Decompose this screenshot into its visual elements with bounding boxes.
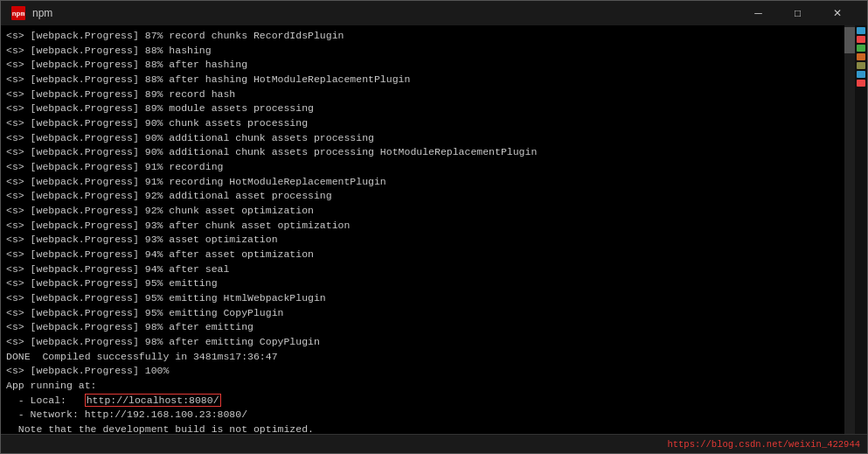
statusbar: https://blog.csdn.net/weixin_422944 xyxy=(1,434,867,453)
decoration-bar xyxy=(857,53,865,60)
terminal-line: Note that the development build is not o… xyxy=(6,423,839,434)
terminal-line: <s> [webpack.Progress] 89% record hash xyxy=(6,87,839,102)
terminal-line: <s> [webpack.Progress] 90% additional ch… xyxy=(6,145,839,160)
decoration-bar xyxy=(857,36,865,43)
titlebar-title: npm xyxy=(32,7,52,19)
titlebar-controls: ─ □ ✕ xyxy=(739,1,857,25)
terminal-line: <s> [webpack.Progress] 92% additional as… xyxy=(6,189,839,204)
terminal-line: <s> [webpack.Progress] 94% after asset o… xyxy=(6,248,839,262)
titlebar: npm npm ─ □ ✕ xyxy=(1,1,867,25)
terminal-line: <s> [webpack.Progress] 100% xyxy=(6,364,839,379)
terminal-line: <s> [webpack.Progress] 92% chunk asset o… xyxy=(6,204,839,219)
terminal-wrapper: <s> [webpack.Progress] 87% record chunks… xyxy=(1,25,867,434)
terminal-line: <s> [webpack.Progress] 93% after chunk a… xyxy=(6,219,839,234)
terminal-line: - Network: http://192.168.100.23:8080/ xyxy=(6,408,839,423)
terminal-line: DONE Compiled successfully in 3481ms17:3… xyxy=(6,350,839,365)
decoration-bar xyxy=(857,27,865,34)
terminal-line: <s> [webpack.Progress] 88% after hashing… xyxy=(6,73,839,87)
terminal-line: <s> [webpack.Progress] 98% after emittin… xyxy=(6,320,839,335)
terminal-line: <s> [webpack.Progress] 98% after emittin… xyxy=(6,335,839,350)
local-url: http://localhost:8080/ xyxy=(85,394,221,407)
decoration-bar xyxy=(857,71,865,78)
terminal-line: <s> [webpack.Progress] 93% asset optimiz… xyxy=(6,233,839,248)
terminal-line: - Local: http://localhost:8080/ xyxy=(6,394,839,409)
terminal[interactable]: <s> [webpack.Progress] 87% record chunks… xyxy=(1,25,844,434)
terminal-line: <s> [webpack.Progress] 95% emitting Copy… xyxy=(6,306,839,321)
close-button[interactable]: ✕ xyxy=(817,1,857,25)
terminal-line: <s> [webpack.Progress] 89% module assets… xyxy=(6,101,839,116)
statusbar-url: https://blog.csdn.net/weixin_422944 xyxy=(667,439,860,450)
terminal-line: <s> [webpack.Progress] 87% record chunks… xyxy=(6,29,839,44)
terminal-line: <s> [webpack.Progress] 94% after seal xyxy=(6,262,839,277)
terminal-line: <s> [webpack.Progress] 90% additional ch… xyxy=(6,131,839,146)
side-decorations xyxy=(855,25,867,434)
terminal-line: <s> [webpack.Progress] 91% recording xyxy=(6,160,839,175)
decoration-bar xyxy=(857,80,865,87)
npm-icon: npm xyxy=(11,6,25,20)
decoration-bar xyxy=(857,45,865,52)
decoration-bar xyxy=(857,62,865,69)
terminal-line: <s> [webpack.Progress] 91% recording Hot… xyxy=(6,175,839,190)
titlebar-left: npm npm xyxy=(11,6,52,20)
window: npm npm ─ □ ✕ <s> [webpack.Progress] 87%… xyxy=(0,0,868,454)
restore-button[interactable]: □ xyxy=(778,1,817,25)
terminal-line: <s> [webpack.Progress] 95% emitting Html… xyxy=(6,291,839,306)
terminal-line: App running at: xyxy=(6,379,839,394)
scrollbar-thumb[interactable] xyxy=(844,27,855,53)
minimize-button[interactable]: ─ xyxy=(739,1,778,25)
scrollbar-vertical[interactable] xyxy=(844,25,855,434)
terminal-line: <s> [webpack.Progress] 88% after hashing xyxy=(6,58,839,73)
terminal-line: <s> [webpack.Progress] 88% hashing xyxy=(6,44,839,59)
terminal-line: <s> [webpack.Progress] 95% emitting xyxy=(6,276,839,291)
terminal-line: <s> [webpack.Progress] 90% chunk assets … xyxy=(6,116,839,131)
